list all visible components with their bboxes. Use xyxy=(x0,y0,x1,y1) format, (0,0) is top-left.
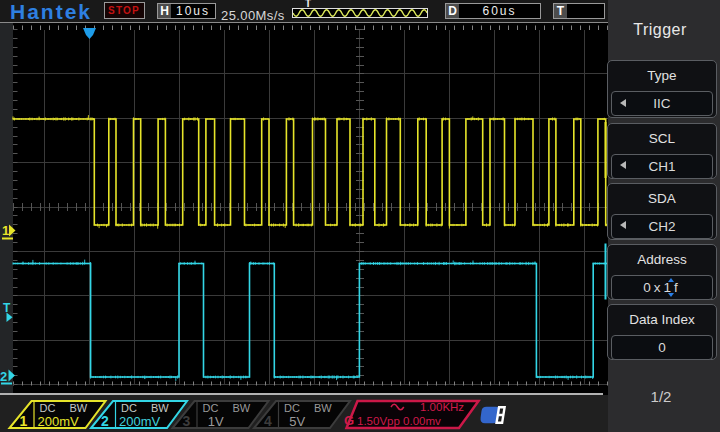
svg-text:DC: DC xyxy=(203,402,219,414)
svg-text:BW: BW xyxy=(233,402,251,414)
svg-text:DC: DC xyxy=(40,402,56,414)
svg-text:DC: DC xyxy=(121,402,137,414)
svg-text:BW: BW xyxy=(314,402,332,414)
svg-text:3: 3 xyxy=(183,413,191,429)
svg-text:4: 4 xyxy=(264,413,272,429)
svg-text:BW: BW xyxy=(151,402,169,414)
svg-text:200mV: 200mV xyxy=(38,414,80,429)
svg-text:1.00KHz: 1.00KHz xyxy=(420,401,464,413)
svg-text:1: 1 xyxy=(20,413,28,429)
svg-text:2: 2 xyxy=(0,369,7,384)
svg-text:2: 2 xyxy=(101,413,109,429)
svg-text:200mV: 200mV xyxy=(119,414,161,429)
svg-text:1: 1 xyxy=(2,223,9,238)
svg-text:BW: BW xyxy=(70,402,88,414)
svg-text:DC: DC xyxy=(284,402,300,414)
svg-text:5V: 5V xyxy=(282,414,305,429)
svg-text:1.50Vpp 0.00mv: 1.50Vpp 0.00mv xyxy=(357,415,441,427)
svg-text:1V: 1V xyxy=(201,414,224,429)
svg-text:G: G xyxy=(344,413,354,428)
